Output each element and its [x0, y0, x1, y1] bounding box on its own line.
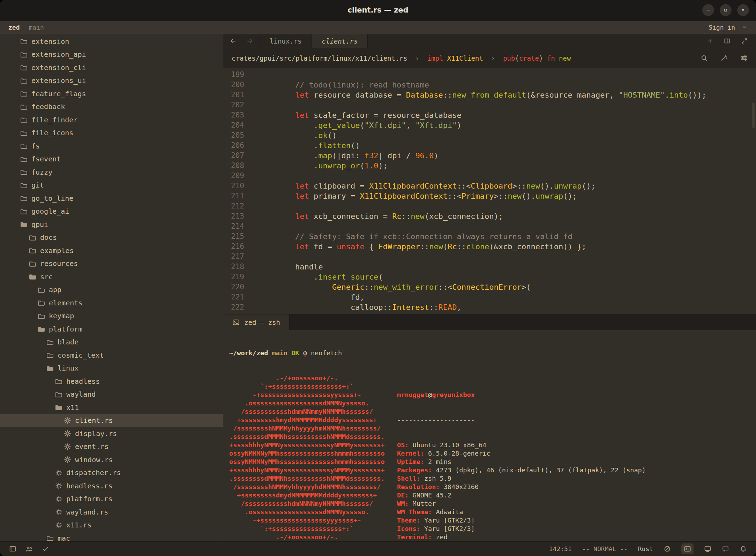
tree-item-client-rs[interactable]: client.rs: [0, 414, 223, 427]
tree-item-wayland-rs[interactable]: wayland.rs: [0, 505, 223, 519]
feedback-icon[interactable]: [722, 545, 729, 553]
terminal-toggle-icon[interactable]: [681, 543, 694, 554]
tree-item-headless[interactable]: headless: [0, 375, 223, 388]
tree-item-extensions_ui[interactable]: extensions_ui: [0, 74, 223, 87]
tree-item-cosmic_text[interactable]: cosmic_text: [0, 349, 223, 362]
folder-open-icon: [29, 273, 36, 280]
tree-item-dispatcher-rs[interactable]: dispatcher.rs: [0, 466, 223, 480]
titlebar[interactable]: client.rs — zed: [0, 0, 756, 21]
code-line-213[interactable]: 213 let xcb_connection = Rc::new(xcb_con…: [223, 211, 756, 221]
tree-item-fsevent[interactable]: fsevent: [0, 153, 223, 166]
chevron-down-icon[interactable]: [741, 24, 748, 30]
zoom-pane-button[interactable]: [741, 38, 748, 44]
code-line-209[interactable]: 209: [223, 171, 756, 181]
tree-item-x11-rs[interactable]: x11.rs: [0, 519, 223, 532]
code-line-204[interactable]: 204 .get_value("Xft.dpi", "Xft.dpi"): [223, 120, 756, 130]
code-actions-icon[interactable]: [720, 54, 728, 62]
tree-item-linux[interactable]: linux: [0, 362, 223, 375]
tree-item-src[interactable]: src: [0, 270, 223, 283]
tree-item-platform-rs[interactable]: platform.rs: [0, 493, 223, 506]
code-line-207[interactable]: 207 .map(|dpi: f32| dpi / 96.0): [223, 151, 756, 161]
tree-item-fs[interactable]: fs: [0, 139, 223, 153]
search-icon[interactable]: [701, 54, 708, 62]
code-line-202[interactable]: 202: [223, 100, 756, 110]
tree-item-event-rs[interactable]: event.rs: [0, 440, 223, 454]
minimize-button[interactable]: [702, 4, 714, 16]
tree-item-examples[interactable]: examples: [0, 244, 223, 257]
tree-item-extension_cli[interactable]: extension_cli: [0, 61, 223, 74]
code-line-203[interactable]: 203 let scale_factor = resource_database: [223, 110, 756, 120]
tree-item-file_finder[interactable]: file_finder: [0, 113, 223, 127]
tree-item-gpui[interactable]: gpui: [0, 218, 223, 231]
tree-item-wayland[interactable]: wayland: [0, 388, 223, 401]
vim-mode-indicator: -- NORMAL --: [582, 545, 628, 553]
code-line-218[interactable]: 218 handle: [223, 262, 756, 272]
collaboration-icon[interactable]: [25, 545, 33, 553]
tree-item-resources[interactable]: resources: [0, 257, 223, 271]
diagnostics-check-icon[interactable]: [42, 545, 49, 553]
scrollbar-thumb[interactable]: [752, 103, 755, 128]
terminal-panel[interactable]: ~/work/zed main OK φ neofetch .-/+oossss…: [223, 330, 756, 541]
cursor-position[interactable]: 142:51: [549, 545, 572, 553]
editor-scrollbar[interactable]: [751, 68, 756, 314]
language-selector[interactable]: Rust: [638, 545, 653, 553]
code-line-215[interactable]: 215 // Safety: Safe if xcb::Connection a…: [223, 231, 756, 242]
tree-item-window-rs[interactable]: window.rs: [0, 453, 223, 466]
code-line-216[interactable]: 216 let fd = unsafe { FdWrapper::new(Rc:…: [223, 242, 756, 252]
tree-item-fuzzy[interactable]: fuzzy: [0, 166, 223, 179]
tree-item-elements[interactable]: elements: [0, 296, 223, 310]
tree-item-git[interactable]: git: [0, 179, 223, 192]
new-tab-button[interactable]: [707, 38, 713, 44]
screen-share-icon[interactable]: [704, 545, 711, 553]
tree-item-app[interactable]: app: [0, 283, 223, 297]
maximize-button[interactable]: [720, 4, 732, 16]
split-pane-button[interactable]: [724, 38, 731, 44]
notifications-bell-icon[interactable]: [740, 545, 747, 553]
code-line-200[interactable]: 200 // todo(linux): read hostname: [223, 80, 756, 90]
tree-item-headless-rs[interactable]: headless.rs: [0, 479, 223, 493]
code-line-208[interactable]: 208 .unwrap_or(1.0);: [223, 161, 756, 171]
tree-item-extension[interactable]: extension: [0, 35, 223, 48]
tree-item-go_to_line[interactable]: go_to_line: [0, 192, 223, 205]
code-line-210[interactable]: 210 let clipboard = X11ClipboardContext:…: [223, 181, 756, 191]
copilot-icon[interactable]: [664, 545, 671, 553]
tree-item-feature_flags[interactable]: feature_flags: [0, 87, 223, 100]
tree-item-docs[interactable]: docs: [0, 231, 223, 244]
tab-linux-rs[interactable]: linux.rs: [260, 34, 312, 48]
code-line-222[interactable]: 222 calloop::Interest::READ,: [223, 302, 756, 312]
nav-back-button[interactable]: [230, 38, 237, 45]
tree-item-platform[interactable]: platform: [0, 322, 223, 336]
editor-settings-icon[interactable]: [740, 54, 748, 62]
tree-item-mac[interactable]: mac: [0, 532, 223, 541]
sign-in-button[interactable]: Sign in: [709, 24, 735, 31]
terminal-tab[interactable]: zed — zsh: [223, 314, 290, 330]
tree-item-blade[interactable]: blade: [0, 336, 223, 349]
tree-item-keymap[interactable]: keymap: [0, 310, 223, 323]
code-line-220[interactable]: 220 Generic::new_with_error::<Connection…: [223, 282, 756, 292]
code-line-199[interactable]: 199: [223, 70, 756, 80]
code-line-214[interactable]: 214: [223, 221, 756, 231]
code-line-219[interactable]: 219 .insert_source(: [223, 272, 756, 282]
code-line-205[interactable]: 205 .ok(): [223, 130, 756, 140]
project-panel-toggle-icon[interactable]: [9, 545, 16, 553]
code-line-221[interactable]: 221 fd,: [223, 292, 756, 302]
tree-item-google_ai[interactable]: google_ai: [0, 205, 223, 218]
code-line-212[interactable]: 212: [223, 201, 756, 211]
breadcrumb[interactable]: crates/gpui/src/platform/linux/x11/clien…: [223, 48, 756, 68]
project-name-button[interactable]: zed: [8, 24, 20, 31]
code-line-201[interactable]: 201 let resource_database = Database::ne…: [223, 90, 756, 100]
code-line-206[interactable]: 206 .flatten(): [223, 140, 756, 151]
code-line-211[interactable]: 211 let primary = X11ClipboardContext::<…: [223, 191, 756, 201]
tab-client-rs[interactable]: client.rs: [312, 34, 368, 48]
tree-item-feedback[interactable]: feedback: [0, 100, 223, 114]
git-branch-button[interactable]: main: [29, 24, 44, 31]
code-line-217[interactable]: 217: [223, 252, 756, 262]
tree-item-x11[interactable]: x11: [0, 401, 223, 414]
code-line-223[interactable]: 223 calloop::Mode::Level,: [223, 312, 756, 314]
tree-item-display-rs[interactable]: display.rs: [0, 427, 223, 440]
close-button[interactable]: [737, 4, 749, 16]
nav-forward-button[interactable]: [246, 38, 253, 45]
editor[interactable]: 199200 // todo(linux): read hostname201 …: [223, 68, 756, 314]
tree-item-extension_api[interactable]: extension_api: [0, 48, 223, 61]
tree-item-file_icons[interactable]: file_icons: [0, 127, 223, 140]
